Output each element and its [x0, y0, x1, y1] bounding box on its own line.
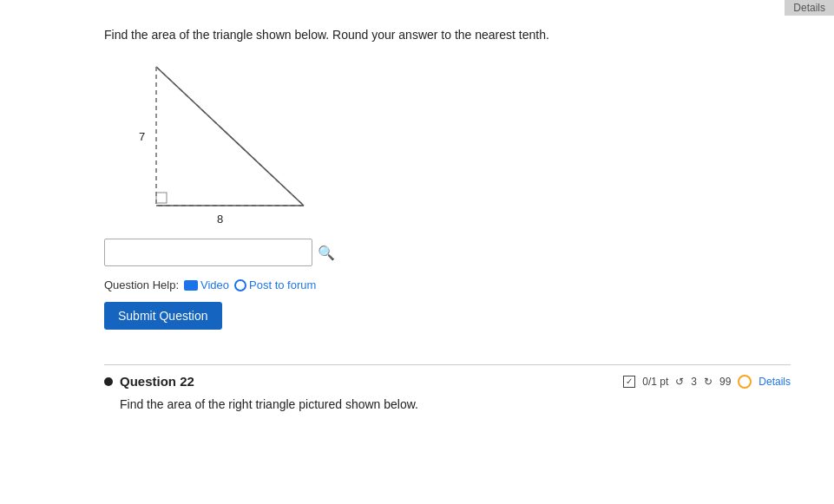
search-icon[interactable]: 🔍 [318, 245, 335, 261]
top-bar-text: Details [793, 2, 825, 14]
svg-rect-4 [156, 193, 167, 203]
top-bar: Details [785, 0, 834, 16]
help-label: Question Help: [104, 278, 179, 291]
page: Details Find the area of the triangle sh… [0, 0, 834, 504]
post-to-forum-label: Post to forum [249, 278, 316, 291]
retries: 3 [691, 376, 697, 388]
content: Find the area of the triangle shown belo… [0, 0, 834, 429]
question-block: Find the area of the triangle shown belo… [104, 17, 791, 347]
question-22-title: Question 22 [120, 374, 194, 389]
triangle-label-8: 8 [217, 213, 223, 226]
question-22-row: Question 22 ✓ 0/1 pt ↺ 3 ↻ 99 Details [104, 374, 791, 389]
triangle-svg: 7 8 [104, 58, 347, 232]
details-circle-icon [738, 375, 752, 389]
video-icon [184, 280, 198, 291]
answer-input[interactable] [104, 239, 312, 266]
question-text: Find the area of the triangle shown belo… [104, 26, 791, 44]
submit-question-button[interactable]: Submit Question [104, 302, 222, 330]
attempts: 99 [719, 376, 731, 388]
attempts-icon: ↻ [704, 376, 713, 388]
answer-row: 🔍 [104, 239, 791, 266]
question-help: Question Help: Video Post to forum [104, 278, 791, 291]
checkbox-icon: ✓ [623, 376, 635, 388]
forum-icon [234, 279, 246, 291]
retry-icon: ↺ [675, 376, 684, 388]
video-label: Video [200, 278, 229, 291]
video-link[interactable]: Video [184, 278, 229, 291]
post-to-forum-link[interactable]: Post to forum [234, 278, 316, 291]
divider [104, 364, 791, 365]
question-22-label: Question 22 [104, 374, 194, 389]
score: 0/1 pt [642, 376, 668, 388]
triangle-container: 7 8 [104, 58, 347, 232]
meta-info: ✓ 0/1 pt ↺ 3 ↻ 99 Details [623, 375, 791, 389]
details-link[interactable]: Details [758, 376, 791, 388]
triangle-label-7: 7 [139, 130, 145, 143]
svg-line-1 [156, 67, 304, 206]
question-22-text: Find the area of the right triangle pict… [104, 397, 791, 411]
bullet-icon [104, 377, 113, 386]
